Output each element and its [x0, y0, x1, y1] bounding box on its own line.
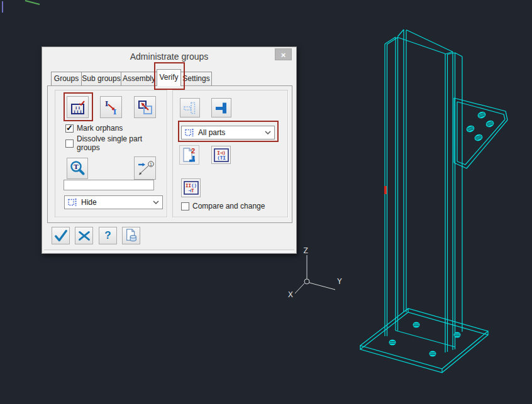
- tab-sub-groups[interactable]: Sub groups: [81, 72, 121, 86]
- axis-label-x: X: [288, 290, 293, 299]
- verify-right-groupbox: All parts 2: [172, 90, 288, 217]
- dissolve-single-label: Dissolve single part groups: [77, 134, 167, 152]
- marquee-icon: [68, 198, 78, 207]
- tab-strip: Groups Sub groups Assembly Verify Settin…: [51, 71, 211, 86]
- zoom-to-group-button[interactable]: T: [67, 158, 88, 179]
- help-button[interactable]: ?: [99, 227, 117, 244]
- report-icon: 2: [181, 147, 197, 163]
- steel-column-wireframe: [360, 30, 507, 373]
- part-solid-icon: [214, 101, 229, 116]
- change-frame-icon: II() ⊣T: [183, 180, 199, 195]
- svg-text:I I I: I I I: [74, 109, 82, 113]
- compare-frame-icon: I⊣) (TI: [213, 148, 230, 163]
- tab-groups[interactable]: Groups: [51, 72, 82, 86]
- report-differences-button[interactable]: 2: [179, 145, 199, 165]
- application-window: Z Y X Administrate groups × Groups Sub g…: [0, 0, 532, 404]
- svg-text:⊣T: ⊣T: [188, 188, 194, 194]
- part-ghost-icon: [182, 101, 197, 116]
- move-to-group-button[interactable]: I I: [100, 96, 122, 118]
- anchor-bolts: [389, 322, 461, 357]
- base-plate: [360, 308, 488, 373]
- distance-icon: 1: [136, 160, 154, 177]
- question-mark-icon: ?: [104, 229, 111, 242]
- measure-distance-button[interactable]: 1: [134, 156, 156, 180]
- axis-label-z: Z: [303, 246, 308, 255]
- svg-text:I: I: [105, 100, 108, 108]
- compare-change-label: Compare and change: [192, 202, 265, 210]
- compare-change-row: Compare and change: [181, 202, 265, 210]
- footer-divider: [44, 249, 294, 252]
- svg-text:(TI: (TI: [217, 155, 226, 161]
- gusset-bolts: [465, 111, 495, 142]
- chevron-down-icon: [153, 200, 159, 204]
- close-button[interactable]: ×: [275, 48, 292, 60]
- svg-text:T: T: [74, 163, 79, 170]
- administrate-groups-dialog: Administrate groups × Groups Sub groups …: [42, 46, 297, 254]
- dialog-title: Administrate groups: [42, 52, 296, 62]
- workplane-origin-marks: [3, 1, 40, 13]
- copy-group-button[interactable]: [134, 96, 156, 118]
- verify-left-groupbox: I I I I I I I: [55, 90, 167, 217]
- svg-text:1: 1: [150, 161, 152, 166]
- select-solid-parts-button[interactable]: [211, 98, 231, 117]
- dissolve-single-checkbox[interactable]: [65, 139, 74, 148]
- svg-text:I: I: [113, 108, 116, 116]
- group-link-icon: I I: [103, 99, 119, 116]
- ucs-axis-gizmo: [295, 255, 335, 293]
- action-select[interactable]: Hide: [64, 195, 163, 209]
- select-ghost-parts-button[interactable]: [180, 98, 200, 117]
- check-groups-button[interactable]: I I I I I: [67, 96, 89, 118]
- copy-group-icon: [137, 99, 153, 116]
- compare-groups-button[interactable]: I⊣) (TI: [211, 146, 231, 164]
- mark-orphans-label: Mark orphans: [77, 124, 123, 133]
- marquee-icon: [185, 128, 195, 137]
- column-right-flange: [445, 52, 462, 353]
- verify-tab-page: I I I I I I I: [47, 85, 292, 223]
- compare-change-checkbox[interactable]: [181, 202, 189, 210]
- column-left-flange: [385, 37, 398, 337]
- action-select-value: Hide: [81, 198, 97, 207]
- axis-label-y: Y: [337, 276, 342, 286]
- mark-orphans-checkbox[interactable]: [65, 124, 74, 133]
- change-groups-button[interactable]: II() ⊣T: [181, 178, 201, 197]
- chevron-down-icon: [265, 131, 271, 134]
- group-filter-input[interactable]: [64, 180, 154, 190]
- copy-properties-button[interactable]: [122, 227, 140, 244]
- tab-assembly[interactable]: Assembly: [121, 72, 157, 86]
- verify-groups-icon: I I I I I: [70, 99, 86, 116]
- copy-doc-icon: [124, 228, 139, 243]
- parts-select-value: All parts: [198, 128, 225, 137]
- ok-button[interactable]: [52, 227, 70, 244]
- svg-text:2: 2: [191, 147, 195, 155]
- mark-orphans-row: Mark orphans: [65, 124, 123, 133]
- cross-icon: [77, 228, 92, 243]
- tab-verify[interactable]: Verify: [157, 69, 181, 86]
- check-icon: [53, 228, 69, 243]
- axis-origin-circle: [304, 279, 309, 284]
- selection-mark: [384, 186, 387, 194]
- tab-settings[interactable]: Settings: [180, 72, 212, 86]
- dissolve-single-row: Dissolve single part groups: [65, 134, 167, 152]
- column-web: [396, 30, 455, 347]
- zoom-select-icon: T: [69, 160, 86, 177]
- cancel-button[interactable]: [75, 227, 93, 244]
- parts-select[interactable]: All parts: [181, 126, 275, 139]
